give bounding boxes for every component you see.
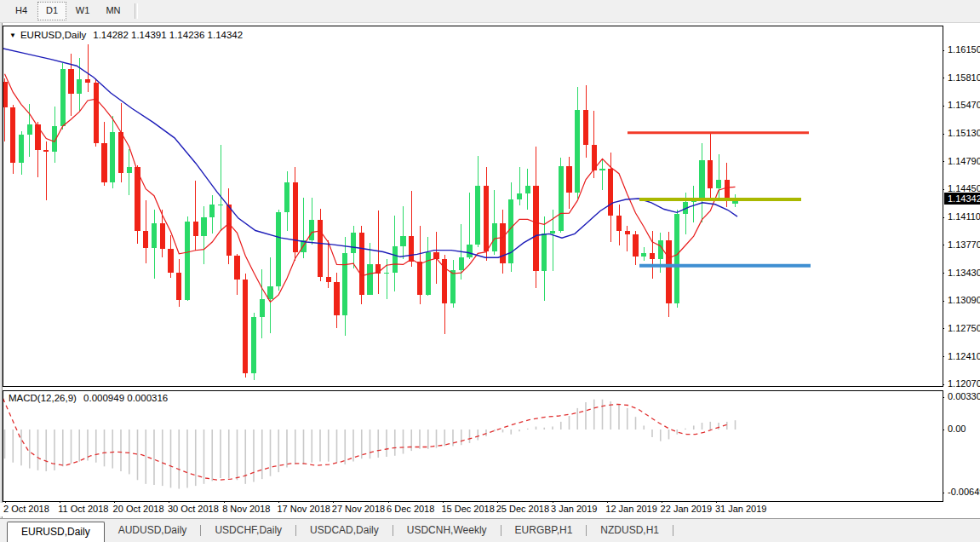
price-axis-label: 1.13430 [948,268,980,278]
macd-label-name: MACD(12,26,9) [9,393,77,403]
price-axis-label: 1.13770 [948,239,980,250]
tab-separator [673,525,673,536]
date-axis-label: 8 Nov 2018 [222,504,270,514]
price-axis-label: 1.12750 [948,323,980,333]
date-axis-label: 11 Oct 2018 [58,504,108,514]
macd-axis-label: 0.00 [948,424,966,434]
price-axis-label: 1.15130 [948,128,980,138]
current-price-badge: 1.14342 [944,193,980,205]
timeframe-toolbar: H4D1W1MN [0,0,980,23]
macd-axis-label: -0.00649 [948,487,980,497]
chart-title: ▼ EURUSD,Daily 1.14282 1.14391 1.14236 1… [9,29,243,41]
trading-platform-window: H4D1W1MN ▼ EURUSD,Daily 1.14282 1.14391 … [0,0,980,542]
chart-title-symbol: EURUSD,Daily [20,30,86,40]
date-axis-label: 2 Oct 2018 [3,504,49,514]
date-axis-label: 30 Oct 2018 [168,504,219,514]
price-axis-label: 1.15470 [948,100,980,110]
price-axis-label: 1.15810 [948,72,980,83]
tab-usdcad-daily[interactable]: USDCAD,Daily [296,522,393,539]
date-axis-label: 31 Jan 2019 [715,504,767,514]
tab-nzdusd-h1[interactable]: NZDUSD,H1 [587,522,673,539]
symbol-dropdown-icon[interactable]: ▼ [9,32,16,39]
date-axis-label: 27 Nov 2018 [332,504,385,514]
toolbar-separator [135,3,138,19]
timeframe-button-d1[interactable]: D1 [37,2,66,20]
chart-tab-bar: EURUSD,DailyAUDUSD,DailyUSDCHF,DailyUSDC… [0,518,980,542]
date-axis-label: 25 Dec 2018 [496,504,549,514]
timeframe-button-mn[interactable]: MN [99,2,128,20]
macd-label: MACD(12,26,9) 0.000949 0.000316 [9,393,168,403]
price-axis-label: 1.12410 [948,351,980,361]
tab-eurusd-daily[interactable]: EURUSD,Daily [7,522,105,542]
price-axis-label: 1.14110 [948,211,980,222]
date-axis-label: 3 Jan 2019 [551,504,597,514]
date-axis-label: 6 Dec 2018 [387,504,434,514]
macd-axis-label: 0.003306 [948,391,980,401]
main-price-plot[interactable] [3,26,943,387]
date-axis-label: 17 Nov 2018 [278,504,330,514]
timeframe-button-h4[interactable]: H4 [7,2,36,20]
price-axis-label: 1.12070 [948,378,980,389]
chart-title-ohlc: 1.14282 1.14391 1.14236 1.14342 [93,30,243,40]
tab-audusd-daily[interactable]: AUDUSD,Daily [105,522,201,539]
timeframe-button-w1[interactable]: W1 [68,2,97,20]
macd-label-values: 0.000949 0.000316 [83,393,168,403]
tab-usdcnh-weekly[interactable]: USDCNH,Weekly [393,522,501,539]
tab-usdchf-daily[interactable]: USDCHF,Daily [201,522,295,539]
date-axis-label: 22 Jan 2019 [661,504,713,514]
macd-indicator-plot[interactable] [3,390,943,502]
time-axis[interactable]: 2 Oct 201811 Oct 201820 Oct 201830 Oct 2… [0,503,980,516]
price-axis-label: 1.16150 [948,44,980,55]
price-axis-label: 1.13090 [948,295,980,305]
price-axis-label: 1.14790 [948,156,980,166]
tab-eurgbp-h1[interactable]: EURGBP,H1 [501,522,587,539]
date-axis-label: 20 Oct 2018 [113,504,164,514]
date-axis-label: 12 Jan 2019 [605,504,657,514]
date-axis-label: 15 Dec 2018 [441,504,494,514]
